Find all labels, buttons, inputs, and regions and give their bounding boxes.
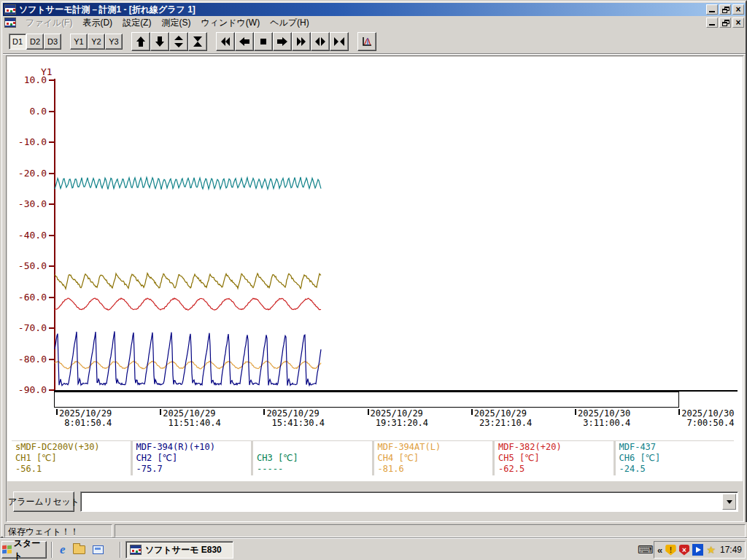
x-tick-mark xyxy=(471,409,473,415)
channel-name xyxy=(257,442,368,453)
control-band: アラームリセット xyxy=(7,481,743,521)
combo-dropdown-button[interactable] xyxy=(722,494,736,510)
time-range-box xyxy=(54,392,679,408)
windows-logo-icon xyxy=(2,545,12,554)
y-tick-label: -80.0 xyxy=(13,354,47,365)
minimize-button-icon[interactable] xyxy=(706,4,718,15)
toolbar-button-fast-forward[interactable] xyxy=(292,32,311,51)
channel-label: CH1 [℃] xyxy=(15,453,127,464)
channel-name: sMDF-DC200V(+30) xyxy=(15,442,127,453)
channel-label: CH5 [℃] xyxy=(498,453,610,464)
expand-horizontal-icon xyxy=(314,36,326,47)
toolbar-button-arrow-left[interactable] xyxy=(235,32,254,51)
status-message: 保存ウェイト！！ xyxy=(4,524,112,537)
channel-value: -56.1 xyxy=(15,464,127,475)
security-error-icon[interactable]: × xyxy=(679,545,689,556)
toolbar-button-d3[interactable]: D3 xyxy=(44,34,61,50)
x-tick-mark xyxy=(678,409,680,415)
x-tick-mark xyxy=(56,409,58,415)
start-button[interactable]: スタート xyxy=(1,541,47,559)
toolbar-button-graph[interactable] xyxy=(357,32,376,51)
x-tick-label: 2025/10/29 11:51:40.4 xyxy=(163,409,220,428)
y-tick-label: -20.0 xyxy=(13,168,47,179)
y-tick-mark xyxy=(49,389,54,391)
show-desktop-icon[interactable] xyxy=(93,545,104,554)
app-icon xyxy=(4,4,16,15)
arrow-right-icon xyxy=(276,36,288,47)
channel-label: CH4 [℃] xyxy=(378,453,489,464)
x-tick-label: 2025/10/29 19:31:20.4 xyxy=(371,409,428,428)
titlebar: ソフトサーモ計測－計測1 - [折れ線グラフ 1] × xyxy=(3,3,746,16)
y-tick-label: -60.0 xyxy=(13,292,47,303)
x-tick-mark xyxy=(263,409,265,415)
y-axis-line xyxy=(54,79,55,392)
graph-icon xyxy=(361,36,373,47)
x-tick-mark xyxy=(160,409,161,415)
y-tick-label: 10.0 xyxy=(13,74,47,85)
minimize-icon xyxy=(709,11,715,12)
y-tick-label: 0.0 xyxy=(13,106,47,117)
star-icon[interactable]: ★ xyxy=(706,544,716,556)
toolbar-button-arrow-down[interactable] xyxy=(150,32,169,51)
mdi-close-button[interactable]: × xyxy=(732,18,744,28)
tray-chevron-icon[interactable]: « xyxy=(657,545,662,556)
toolbar-button-stop[interactable] xyxy=(254,32,273,51)
media-player-icon[interactable] xyxy=(692,544,703,556)
mdi-restore-button[interactable] xyxy=(719,18,731,28)
alarm-combo-value xyxy=(84,495,720,508)
toolbar-button-arrow-right[interactable] xyxy=(273,32,292,51)
y-tick-mark xyxy=(49,327,54,329)
restore-button-icon[interactable] xyxy=(719,4,731,15)
mdi-window-controls: × xyxy=(706,18,744,28)
clock[interactable]: 17:49 xyxy=(720,545,742,555)
toolbar-button-expand-horizontal[interactable] xyxy=(311,32,330,51)
y-tick-mark xyxy=(49,265,54,267)
toolbar-button-d1[interactable]: D1 xyxy=(9,34,26,50)
toolbar-button-y1[interactable]: Y1 xyxy=(70,34,88,50)
statusbar: 保存ウェイト！！ xyxy=(3,522,747,538)
menubar: ファイル(F)表示(D)設定(Z)測定(S)ウィンドウ(W)ヘルプ(H) × xyxy=(3,16,746,29)
alarm-reset-button[interactable]: アラームリセット xyxy=(13,491,74,512)
toolbar-button-y3[interactable]: Y3 xyxy=(105,34,123,50)
mdi-child-icon[interactable] xyxy=(4,18,16,28)
keyboard-icon[interactable]: ⌨ xyxy=(638,543,654,556)
close-icon: × xyxy=(735,5,740,14)
channel-value: -24.5 xyxy=(619,464,731,475)
menu-item-5[interactable]: ヘルプ(H) xyxy=(265,16,314,30)
toolbar-button-y2[interactable]: Y2 xyxy=(88,34,105,50)
x-tick-mark xyxy=(575,409,576,415)
security-warning-icon[interactable]: ! xyxy=(665,545,676,556)
fast-forward-icon xyxy=(295,36,307,47)
channel-value: -81.6 xyxy=(378,464,489,475)
menu-item-1[interactable]: 表示(D) xyxy=(77,16,117,30)
task-button-softthermo[interactable]: ソフトサーモ E830 xyxy=(125,541,233,559)
close-icon: × xyxy=(735,18,740,27)
mdi-minimize-button[interactable] xyxy=(706,18,718,28)
y-tick-mark xyxy=(49,359,54,360)
alarm-combo-box[interactable] xyxy=(80,491,738,512)
toolbar-button-compress-horizontal[interactable] xyxy=(330,32,349,51)
internet-explorer-icon[interactable]: e xyxy=(60,542,66,557)
menu-item-2[interactable]: 設定(Z) xyxy=(117,16,156,30)
restore-icon xyxy=(722,20,729,26)
toolbar-button-expand-vertical[interactable] xyxy=(169,32,188,51)
arrow-left-icon xyxy=(239,36,250,47)
toolbar-button-arrow-up[interactable] xyxy=(131,32,150,51)
restore-icon xyxy=(722,7,729,13)
channel-name: MDF-394AT(L) xyxy=(378,442,489,453)
close-button-icon[interactable]: × xyxy=(732,4,744,15)
quick-launch: e xyxy=(57,542,117,558)
legend-cell-ch3: CH3 [℃]----- xyxy=(253,441,372,475)
folder-icon[interactable] xyxy=(73,545,85,554)
toolbar-button-rewind[interactable] xyxy=(216,32,235,51)
arrow-up-icon xyxy=(135,36,147,47)
y-tick-label: -10.0 xyxy=(13,136,47,147)
menu-item-3[interactable]: 測定(S) xyxy=(156,16,196,30)
y-tick-mark xyxy=(49,203,54,205)
x-tick-label: 2025/10/29 8:01:50.4 xyxy=(59,409,112,428)
menu-item-4[interactable]: ウィンドウ(W) xyxy=(196,16,265,30)
y-tick-label: -40.0 xyxy=(13,230,47,241)
x-tick-mark xyxy=(368,409,369,415)
toolbar-button-compress-vertical[interactable] xyxy=(188,32,207,51)
toolbar-button-d2[interactable]: D2 xyxy=(26,34,44,50)
